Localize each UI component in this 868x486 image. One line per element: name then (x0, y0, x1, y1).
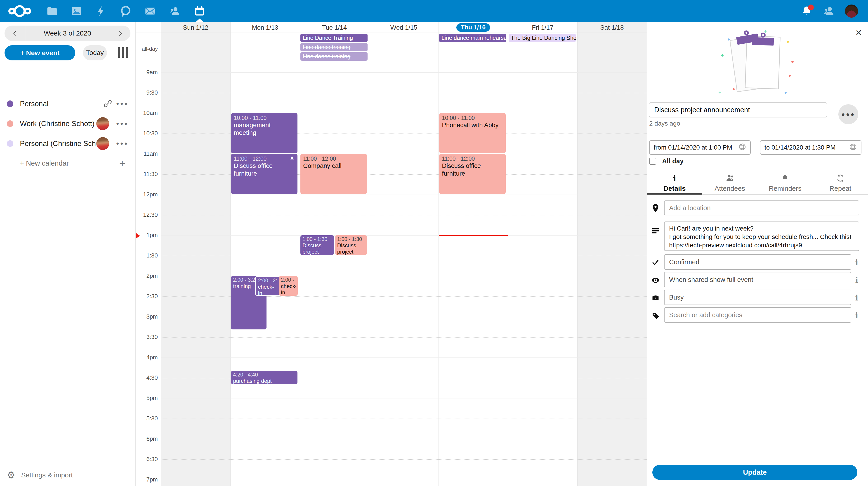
photos-app-icon[interactable] (64, 0, 89, 22)
grid-line (161, 358, 647, 358)
contacts-menu-icon[interactable] (823, 5, 835, 17)
talk-app-icon[interactable] (113, 0, 138, 22)
mail-app-icon[interactable] (138, 0, 162, 22)
categories-info-icon[interactable]: i (852, 311, 862, 320)
allday-event[interactable]: The Big Line Dancing Show (508, 34, 576, 42)
end-datetime-value: to 01/14/2020 at 1:30 PM (765, 144, 835, 151)
calendar-item-personal-christine[interactable]: Personal (Christine Scho... ●●● (0, 134, 135, 153)
day-header-label: Tue 1/14 (322, 24, 347, 31)
day-header-mon[interactable]: Mon 1/13 (230, 22, 300, 33)
time-label: 2pm (135, 273, 158, 280)
day-column (438, 22, 508, 486)
calendar-sidebar: Week 3 of 2020 + New event Today Persona… (0, 22, 135, 486)
calendar-item-personal[interactable]: Personal ●●● (0, 94, 135, 114)
calendar-event[interactable]: 11:00 - 12:00Discuss office furniture (231, 154, 298, 194)
nextcloud-logo[interactable] (0, 0, 39, 22)
gear-icon: ⚙ (7, 470, 16, 480)
calendar-actions-icon[interactable]: ●●● (115, 121, 129, 126)
event-time: 4:20 - 4:40 (233, 372, 296, 378)
time-label: 9am (135, 69, 158, 76)
logo-circle (14, 5, 26, 17)
repeat-icon (836, 173, 845, 182)
next-week-button[interactable] (110, 26, 130, 41)
end-datetime-field[interactable]: to 01/14/2020 at 1:30 PM (760, 140, 862, 155)
close-icon[interactable]: ✕ (855, 28, 862, 37)
grid-line (161, 439, 647, 439)
tab-details[interactable]: i Details (647, 171, 702, 194)
allday-divider (135, 64, 647, 64)
allday-event[interactable]: Line dance training (301, 43, 368, 51)
shared-by-avatar (96, 117, 109, 130)
day-header-sat[interactable]: Sat 1/18 (577, 22, 647, 33)
timezone-globe-icon[interactable] (739, 143, 746, 152)
calendar-actions-icon[interactable]: ●●● (115, 141, 129, 146)
new-event-button[interactable]: + New event (4, 45, 75, 60)
time-label: 10:30 (135, 130, 158, 137)
calendar-event[interactable]: 2:00 - 2:30check-in (279, 276, 298, 296)
location-input[interactable] (664, 200, 859, 216)
user-avatar[interactable] (845, 4, 858, 18)
contacts-app-icon[interactable] (162, 0, 187, 22)
tab-label: Repeat (829, 184, 851, 192)
settings-import-button[interactable]: ⚙ Settings & import (7, 468, 73, 482)
timezone-globe-icon[interactable] (849, 143, 857, 152)
visibility-select[interactable]: When shared show full event (664, 272, 851, 287)
all-day-checkbox[interactable] (649, 158, 656, 165)
event-title: Company call (303, 162, 364, 170)
day-header-sun[interactable]: Sun 1/12 (161, 22, 230, 33)
today-button[interactable]: Today (83, 45, 107, 60)
plus-icon: + (115, 157, 129, 169)
freebusy-info-icon[interactable]: i (852, 293, 862, 302)
status-value: Confirmed (669, 258, 700, 266)
event-title-input[interactable] (649, 103, 827, 117)
categories-input[interactable] (664, 307, 851, 323)
calendar-actions-icon[interactable]: ●●● (115, 101, 129, 107)
calendar-event[interactable]: 11:00 - 12:00Discuss office furniture (439, 154, 506, 194)
previous-week-button[interactable] (4, 26, 25, 41)
allday-event[interactable]: Line dance main rehearsal (439, 34, 506, 42)
notification-dot (808, 4, 814, 10)
all-day-label: All day (662, 158, 684, 165)
time-label: 3pm (135, 313, 158, 320)
location-pin-icon (651, 204, 660, 213)
day-header-wed[interactable]: Wed 1/15 (369, 22, 438, 33)
calendar-item-label: Personal (Christine Scho... (20, 139, 96, 148)
calendar-event[interactable]: 10:00 - 11:00management meeting (231, 113, 298, 153)
tab-reminders[interactable]: Reminders (757, 171, 813, 194)
allday-event[interactable]: Line dance training (301, 52, 368, 61)
calendar-event[interactable]: 10:00 - 11:00Phonecall with Abby (439, 113, 506, 153)
event-more-button[interactable]: ●●● (838, 104, 858, 124)
week-label[interactable]: Week 3 of 2020 (25, 29, 110, 37)
calendar-event[interactable]: 4:20 - 4:40purchasing dept (231, 371, 298, 384)
description-textarea[interactable]: Hi Carl! are you in next week? I got som… (664, 222, 859, 251)
calendar-app-icon[interactable] (187, 0, 212, 22)
status-select[interactable]: Confirmed (664, 254, 851, 270)
day-header-fri[interactable]: Fri 1/17 (508, 22, 577, 33)
day-header-tue[interactable]: Tue 1/14 (300, 22, 369, 33)
event-title: check-in (258, 284, 277, 296)
calendar-event[interactable]: 1:00 - 1:30Discuss project (335, 235, 367, 255)
time-label: 11am (135, 150, 158, 157)
calendar-event[interactable]: 1:00 - 1:30Discuss project announcement (301, 235, 334, 255)
allday-event[interactable]: Line Dance Training (301, 34, 368, 42)
calendar-item-work-christine[interactable]: Work (Christine Schott) ●●● (0, 114, 135, 134)
tab-repeat[interactable]: Repeat (813, 171, 868, 194)
start-datetime-field[interactable]: from 01/14/2020 at 1:00 PM (649, 140, 751, 155)
calendar-event[interactable]: 11:00 - 12:00Company call (301, 154, 367, 194)
status-info-icon[interactable]: i (852, 258, 862, 267)
tab-attendees[interactable]: Attendees (702, 171, 758, 194)
week-navigation: Week 3 of 2020 (4, 26, 130, 41)
new-calendar-button[interactable]: + New calendar + (0, 153, 135, 173)
view-toggle-icon[interactable] (118, 47, 128, 58)
share-link-icon[interactable] (101, 99, 115, 108)
day-header-thu[interactable]: Thu 1/16 (438, 22, 508, 33)
files-app-icon[interactable] (39, 0, 64, 22)
activity-app-icon[interactable] (89, 0, 113, 22)
visibility-info-icon[interactable]: i (852, 276, 862, 285)
notifications-bell-icon[interactable] (801, 5, 813, 17)
update-button[interactable]: Update (652, 465, 857, 480)
calendar-event[interactable]: 2:00 - 2:30check-in (255, 276, 280, 296)
event-time: 11:00 - 12:00 (303, 155, 364, 162)
freebusy-select[interactable]: Busy (664, 290, 851, 305)
attendees-icon (725, 173, 735, 182)
